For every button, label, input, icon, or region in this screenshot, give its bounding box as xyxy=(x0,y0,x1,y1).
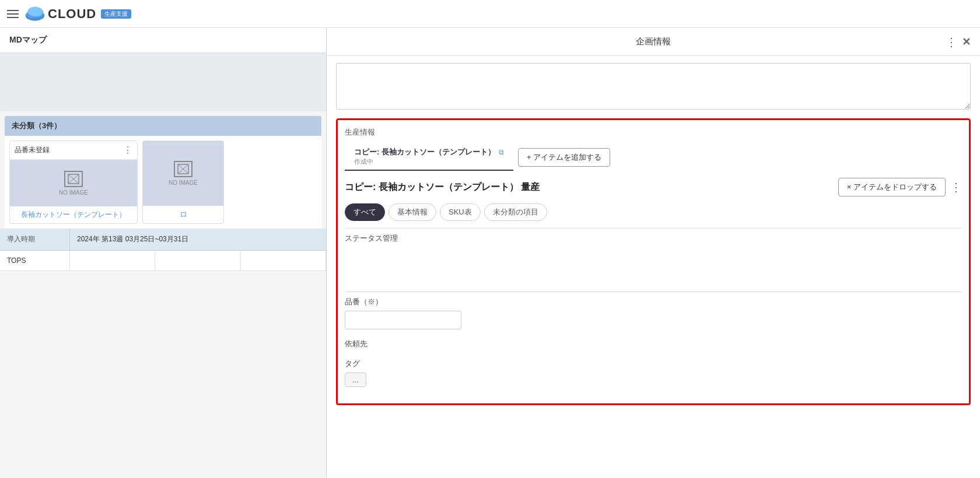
dialog-title: 企画情報 xyxy=(636,36,671,47)
no-image-label-2: NO IMAGE xyxy=(169,180,198,186)
item-card-image-1: NO IMAGE xyxy=(10,160,137,206)
filter-tab-uncategorized[interactable]: 未分類の項目 xyxy=(484,203,547,221)
main-layout: MDマップ 未分類（3件） 品番未登録 ⋮ NO IMAGE 長袖カットソー（テ… xyxy=(0,28,980,478)
item-card-title-1: 品番未登録 xyxy=(15,145,50,155)
divider-2 xyxy=(345,291,962,292)
add-item-button[interactable]: + アイテムを追加する xyxy=(518,148,610,167)
svg-point-3 xyxy=(27,6,42,16)
filter-tabs: すべて 基本情報 SKU表 未分類の項目 xyxy=(345,203,962,221)
filter-tab-all[interactable]: すべて xyxy=(345,203,385,221)
product-number-input[interactable] xyxy=(345,311,461,329)
tab-external-icon[interactable]: ⧉ xyxy=(499,148,504,156)
dialog-controls: ⋮ ✕ xyxy=(946,35,971,49)
tops-cell-2 xyxy=(155,251,240,270)
tab-item-top: コピー: 長袖カットソー（テンプレート） ⧉ xyxy=(354,147,504,157)
no-image-icon-1 xyxy=(64,171,83,187)
dialog-close-btn[interactable]: ✕ xyxy=(962,36,971,48)
tab-item-label: コピー: 長袖カットソー（テンプレート） xyxy=(354,147,495,157)
dialog-more-btn[interactable]: ⋮ xyxy=(946,35,957,49)
right-panel: 企画情報 ⋮ ✕ 生産情報 コピー: 長袖カ xyxy=(327,28,980,478)
logo-text: CLOUD xyxy=(48,6,96,22)
intro-row: 導入時期 2024年 第13週 03月25日~03月31日 xyxy=(0,229,326,251)
table-section: 導入時期 2024年 第13週 03月25日~03月31日 TOPS xyxy=(0,229,326,478)
notes-textarea[interactable] xyxy=(336,63,971,110)
product-number-label: 品番（※） xyxy=(345,297,962,307)
tops-row: TOPS xyxy=(0,251,326,271)
left-panel: MDマップ 未分類（3件） 品番未登録 ⋮ NO IMAGE 長袖カットソー（テ… xyxy=(0,28,327,478)
logo-badge: 生産支援 xyxy=(101,9,131,19)
item-card-menu-1[interactable]: ⋮ xyxy=(123,145,132,156)
intro-value: 2024年 第13週 03月25日~03月31日 xyxy=(70,229,326,250)
tabs-row: コピー: 長袖カットソー（テンプレート） ⧉ 作成中 + アイテムを追加する xyxy=(345,143,962,171)
tops-label: TOPS xyxy=(0,251,70,270)
status-content xyxy=(345,247,962,282)
app-header: CLOUD 生産支援 xyxy=(0,0,980,28)
drop-button[interactable]: × アイテムをドロップする xyxy=(838,178,946,196)
no-image-label-1: NO IMAGE xyxy=(59,189,88,196)
item-section-title: コピー: 長袖カットソー（テンプレート） 量産 xyxy=(345,181,540,194)
tag-btn-icon: ... xyxy=(352,375,359,384)
logo-area: CLOUD 生産支援 xyxy=(24,6,131,22)
item-card-header-1: 品番未登録 ⋮ xyxy=(10,141,137,160)
requester-label: 依頼先 xyxy=(345,339,962,349)
item-card-name-2[interactable]: ロ xyxy=(143,206,223,223)
items-row: 品番未登録 ⋮ NO IMAGE 長袖カットソー（テンプレート） N xyxy=(5,136,321,229)
tag-group: タグ ... xyxy=(345,358,962,387)
hamburger-menu[interactable] xyxy=(7,10,19,18)
dialog-header: 企画情報 ⋮ ✕ xyxy=(327,28,980,56)
intro-label: 導入時期 xyxy=(0,229,70,250)
status-section: ステータス管理 xyxy=(345,233,962,282)
divider-1 xyxy=(345,228,962,229)
item-card-1: 品番未登録 ⋮ NO IMAGE 長袖カットソー（テンプレート） xyxy=(9,140,138,224)
production-info-label: 生産情報 xyxy=(345,127,962,138)
uncategorized-section: 未分類（3件） xyxy=(5,116,321,136)
product-number-group: 品番（※） xyxy=(345,297,962,329)
tops-cell-3 xyxy=(241,251,326,270)
no-image-icon-2 xyxy=(174,161,192,177)
production-tab-active[interactable]: コピー: 長袖カットソー（テンプレート） ⧉ 作成中 xyxy=(345,143,513,171)
textarea-section xyxy=(336,63,971,111)
filter-tab-basic[interactable]: 基本情報 xyxy=(388,203,436,221)
production-info-section: 生産情報 コピー: 長袖カットソー（テンプレート） ⧉ 作成中 + アイテムを追… xyxy=(336,118,971,405)
cloud-logo-icon xyxy=(24,6,46,22)
dialog-body: 生産情報 コピー: 長袖カットソー（テンプレート） ⧉ 作成中 + アイテムを追… xyxy=(327,56,980,478)
item-section-header: コピー: 長袖カットソー（テンプレート） 量産 × アイテムをドロップする ⋮ xyxy=(345,178,962,196)
filter-tab-sku[interactable]: SKU表 xyxy=(440,203,481,221)
more-options-btn[interactable]: ⋮ xyxy=(950,180,962,194)
item-card-name-1[interactable]: 長袖カットソー（テンプレート） xyxy=(10,206,137,223)
drop-button-right: × アイテムをドロップする ⋮ xyxy=(838,178,962,196)
tag-button[interactable]: ... xyxy=(345,372,366,387)
status-label: ステータス管理 xyxy=(345,233,962,244)
item-card-image-2: NO IMAGE xyxy=(143,141,223,206)
tab-item-sub: 作成中 xyxy=(354,157,504,166)
tag-label: タグ xyxy=(345,358,962,369)
tops-cell-1 xyxy=(70,251,155,270)
md-map-header: MDマップ xyxy=(0,28,326,53)
item-card-2: NO IMAGE ロ xyxy=(142,140,224,224)
requester-group: 依頼先 xyxy=(345,339,962,349)
